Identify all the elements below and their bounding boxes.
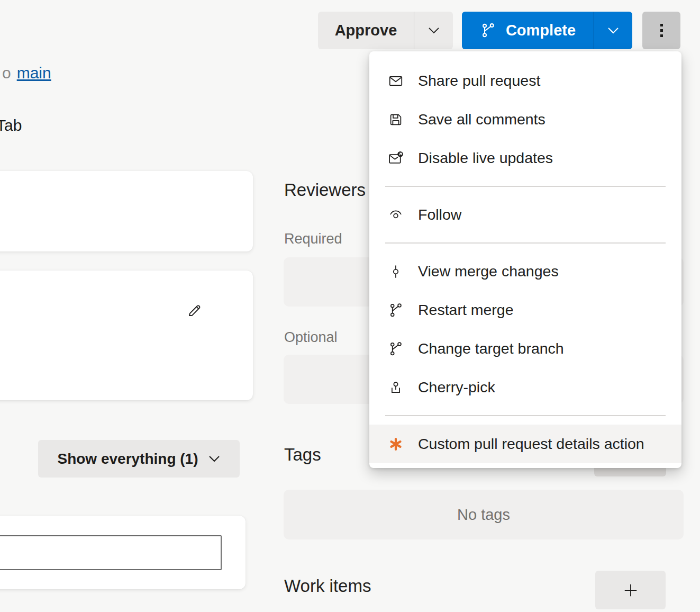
optional-label: Optional [284,329,338,346]
branch-icon [388,302,404,318]
no-tags-text: No tags [457,506,510,524]
target-branch-link[interactable]: main [17,64,51,82]
menu-divider [385,415,666,416]
chevron-down-icon [427,26,441,35]
menu-divider [385,186,666,187]
cherry-pick-icon [388,380,404,395]
comment-input[interactable] [0,535,222,570]
follow-icon [388,207,404,223]
tags-title: Tags [284,445,321,465]
approve-label: Approve [335,22,397,39]
menu-divider [385,242,666,244]
add-work-item-button[interactable] [595,571,666,609]
reviewers-title: Reviewers [284,180,366,200]
target-branch-line: omain [2,64,51,82]
commit-icon [388,264,404,280]
approve-button[interactable]: Approve [318,12,414,49]
pull-request-context-menu: Share pull request Save all comments Dis… [369,51,681,468]
no-tags-box: No tags [284,490,684,539]
complete-split-button[interactable]: Complete [462,12,632,49]
custom-extension-icon [388,436,404,452]
tab-label-fragment: Tab [0,116,22,134]
menu-item-custom-pull-request-details-action[interactable]: Custom pull request details action [369,425,681,463]
chevron-down-icon [208,455,221,463]
edit-description-button[interactable] [183,300,205,322]
more-vertical-icon [660,24,663,26]
menu-item-disable-live-updates[interactable]: Disable live updates [369,139,681,177]
approve-split-button[interactable]: Approve [318,12,453,49]
menu-item-save-all-comments[interactable]: Save all comments [369,100,681,139]
plus-icon [621,581,640,600]
target-branch-prefix: o [2,64,11,82]
complete-options-button[interactable] [594,12,632,49]
menu-item-cherry-pick[interactable]: Cherry-pick [369,368,681,407]
complete-label: Complete [506,22,576,39]
edit-pencil-icon [186,302,203,319]
branch-icon [388,341,404,357]
menu-item-follow[interactable]: Follow [369,195,681,234]
show-everything-label: Show everything (1) [57,451,198,467]
mail-live-updates-icon [388,150,404,166]
menu-item-share-pull-request[interactable]: Share pull request [369,61,681,100]
work-items-title: Work items [284,576,371,596]
status-card [0,171,253,251]
save-icon [388,112,404,128]
chevron-down-icon [606,26,620,35]
required-label: Required [284,231,342,247]
complete-button[interactable]: Complete [462,12,594,49]
branch-icon [480,22,496,39]
more-options-button[interactable] [642,12,680,49]
menu-item-change-target-branch[interactable]: Change target branch [369,329,681,368]
show-everything-dropdown[interactable]: Show everything (1) [38,440,240,478]
menu-item-view-merge-changes[interactable]: View merge changes [369,252,681,291]
approve-options-button[interactable] [414,12,453,49]
description-card [0,271,253,400]
mail-icon [388,73,404,89]
menu-item-restart-merge[interactable]: Restart merge [369,291,681,329]
